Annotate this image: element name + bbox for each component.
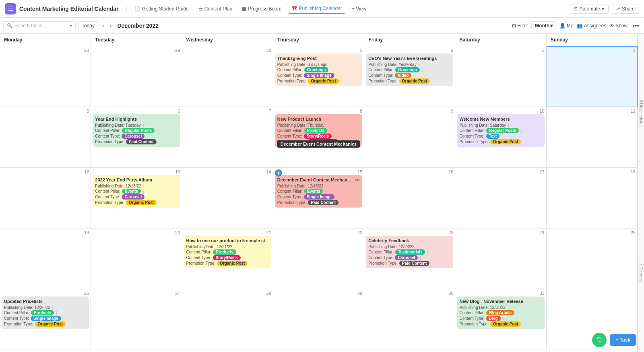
- app-title: Content Marketing Editorial Calendar: [19, 6, 119, 12]
- card-celebrity-feedback[interactable]: Celebrity Feedback Publishing Date: 12/2…: [366, 236, 453, 268]
- side-panel: 0 Unscheduled 1 Overdue: [638, 34, 644, 352]
- tab-publishing-calendar[interactable]: 📅 Publishing Calendar: [288, 4, 345, 14]
- day-17: 17: [455, 168, 546, 228]
- card-year-end-highlights[interactable]: Year End Highlights Publishing Date: Tue…: [93, 114, 180, 147]
- day-5: 5: [0, 107, 91, 168]
- bottom-buttons: ⏱ + Task: [592, 333, 636, 347]
- day-14: 14: [182, 168, 273, 228]
- day-28-dec: 28: [182, 289, 273, 350]
- card-new-product-launch[interactable]: New Product Launch Publishing Date: Thur…: [275, 114, 362, 147]
- day-13: 13 2022 Year End Party Album Publishing …: [91, 168, 182, 228]
- day-15: + 15 December Event Contest Mechan... ••…: [273, 168, 364, 228]
- day-3: 3: [455, 46, 546, 107]
- day-30: 30: [364, 289, 455, 350]
- day-8: 8 New Product Launch Publishing Date: Th…: [273, 107, 364, 168]
- day-headers: Monday Tuesday Wednesday Thursday Friday…: [0, 34, 638, 46]
- calendar-main: Monday Tuesday Wednesday Thursday Friday…: [0, 34, 638, 352]
- share-icon: ↗: [616, 6, 620, 12]
- next-month-arrow[interactable]: ›: [108, 22, 114, 30]
- card-december-event[interactable]: December Event Contest Mechan... ••• Pub…: [275, 175, 362, 208]
- add-task-button[interactable]: +: [275, 169, 282, 177]
- day-1: 1 Thanksgiving Post Publishing Date: 3 d…: [273, 46, 364, 107]
- timer-button[interactable]: ⏱: [592, 333, 607, 347]
- day-6: 6 Year End Highlights Publishing Date: T…: [91, 107, 182, 168]
- day-18: 18: [547, 168, 638, 228]
- chevron-down-icon: ▾: [70, 23, 72, 29]
- day-10: 10 Welcome New Members Publishing Date: …: [455, 107, 546, 168]
- eye-icon: 👁: [609, 23, 614, 29]
- day-11: 11: [547, 107, 638, 168]
- day-4: 4: [547, 46, 638, 107]
- header-monday: Monday: [0, 34, 91, 46]
- day-7: 7: [182, 107, 273, 168]
- calendar-container: Monday Tuesday Wednesday Thursday Friday…: [0, 34, 644, 352]
- day-29: 29: [273, 289, 364, 350]
- tooltip-december-event: December Event Contest Mechanics: [277, 140, 360, 148]
- automate-button[interactable]: ⏱ Automate ▾: [569, 4, 609, 14]
- day-2: 2 CEO's New Year's Eve Greetings Publish…: [364, 46, 455, 107]
- chevron-icon: ▾: [602, 6, 604, 12]
- day-9: 9: [364, 107, 455, 168]
- card-thanksgiving[interactable]: Thanksgiving Post Publishing Date: 3 day…: [275, 54, 362, 86]
- card-year-end-party[interactable]: 2022 Year End Party Album Publishing Dat…: [93, 175, 180, 208]
- people-icon: 👥: [577, 23, 583, 29]
- card-how-to-use[interactable]: How to use our product in 5 simple st Pu…: [184, 236, 271, 268]
- doc-icon: 📄: [134, 6, 140, 12]
- day-19: 19: [0, 228, 91, 289]
- show-button[interactable]: 👁 Show: [609, 23, 627, 29]
- month-select[interactable]: Month ▾: [531, 21, 556, 30]
- header-tuesday: Tuesday: [91, 34, 182, 46]
- automate-icon: ⏱: [573, 6, 578, 12]
- board-icon: ▦: [242, 6, 246, 12]
- filter-button[interactable]: ⊟ Filter: [512, 23, 528, 29]
- calendar-icon: 📅: [291, 6, 297, 11]
- day-31: 31 New Blog - November Release Publishin…: [455, 289, 546, 350]
- tab-add-view[interactable]: + View: [349, 4, 369, 13]
- day-26: 26 Updated Pricelists Publishing Date: 1…: [0, 289, 91, 350]
- search-icon: 🔍: [7, 23, 13, 29]
- day-20: 20: [91, 228, 182, 289]
- card-ceo-greetings[interactable]: CEO's New Year's Eve Greetings Publishin…: [366, 54, 453, 86]
- day-23: 23 Celebrity Feedback Publishing Date: 1…: [364, 228, 455, 289]
- toolbar: 🔍 Search tasks... ▾ Today ‹ › December 2…: [0, 18, 644, 34]
- day-27: 27: [91, 289, 182, 350]
- unscheduled-label: 0 Unscheduled: [638, 98, 644, 128]
- header-thursday: Thursday: [273, 34, 364, 46]
- tab-getting-started[interactable]: 📄 Getting Started Guide: [131, 4, 192, 13]
- timer-icon: ⏱: [596, 336, 603, 344]
- month-label: December 2022: [117, 23, 159, 29]
- me-button[interactable]: 👤 Me: [559, 23, 574, 29]
- day-24: 24: [455, 228, 546, 289]
- card-new-blog[interactable]: New Blog - November Release Publishing D…: [457, 296, 544, 329]
- list-icon: ☰: [198, 6, 203, 12]
- card-welcome-new-members[interactable]: Welcome New Members Publishing Date: Sat…: [457, 114, 544, 147]
- person-icon: 👤: [559, 23, 566, 29]
- overdue-panel[interactable]: 1 Overdue: [638, 193, 644, 352]
- overdue-label: 1 Overdue: [638, 261, 644, 284]
- more-options-button[interactable]: •••: [631, 22, 641, 29]
- top-nav: ☰ Content Marketing Editorial Calendar |…: [0, 0, 644, 18]
- day-12: 12: [0, 168, 91, 228]
- header-sunday: Sunday: [547, 34, 638, 46]
- card-updated-pricelists[interactable]: Updated Pricelists Publishing Date: 12/2…: [2, 296, 89, 329]
- prev-month-arrow[interactable]: ‹: [101, 22, 106, 30]
- filter-icon: ⊟: [512, 23, 516, 29]
- assignees-button[interactable]: 👥 Assignees: [577, 23, 606, 29]
- chevron-icon: ▾: [550, 23, 553, 29]
- unscheduled-panel[interactable]: 0 Unscheduled: [638, 34, 644, 193]
- header-wednesday: Wednesday: [182, 34, 273, 46]
- day-28-nov: 28: [0, 46, 91, 107]
- nav-right: ⏱ Automate ▾ ↗ Share: [569, 4, 639, 14]
- day-21: 21 How to use our product in 5 simple st…: [182, 228, 273, 289]
- day-16: 16: [364, 168, 455, 228]
- calendar-grid: 28 29 30 1 Thanksgiving Post Publishing …: [0, 46, 638, 350]
- add-task-fab[interactable]: + Task: [610, 334, 636, 346]
- share-button[interactable]: ↗ Share: [612, 4, 639, 14]
- search-box[interactable]: 🔍 Search tasks... ▾: [3, 21, 76, 30]
- day-30-nov: 30: [182, 46, 273, 107]
- tab-content-plan[interactable]: ☰ Content Plan: [195, 4, 235, 13]
- day-25: 25: [547, 228, 638, 289]
- header-saturday: Saturday: [455, 34, 546, 46]
- tab-progress-board[interactable]: ▦ Progress Board: [239, 4, 285, 13]
- today-button[interactable]: Today: [78, 21, 98, 30]
